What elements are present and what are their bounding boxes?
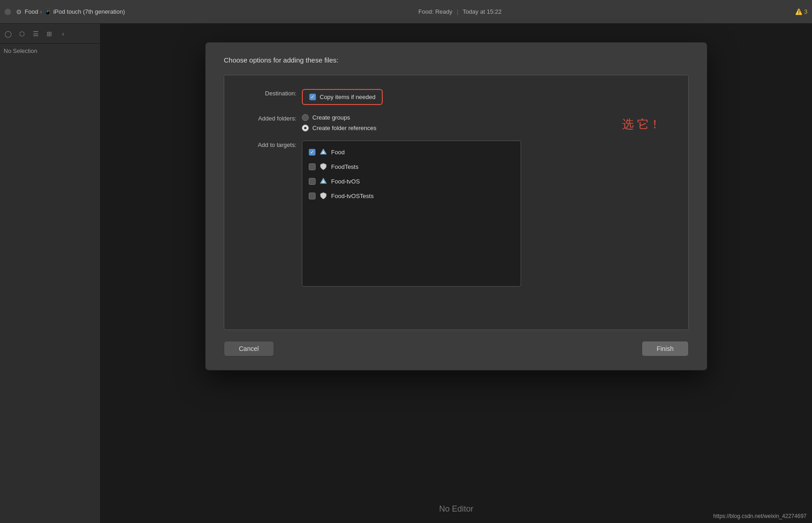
sidebar-icon-3[interactable]: ☰ (31, 29, 40, 38)
destination-row: Destination: ✓ Copy items if needed (238, 89, 675, 105)
create-groups-radio-btn[interactable] (302, 114, 309, 121)
modal-overlay: Choose options for adding these files: D… (100, 24, 812, 523)
main-area: Choose options for adding these files: D… (100, 24, 812, 523)
sidebar-toolbar: ◯ ⬡ ☰ ⊞ ‹ (0, 24, 100, 44)
sidebar: ◯ ⬡ ☰ ⊞ ‹ No Selection (0, 24, 100, 523)
status-sep: | (457, 8, 458, 15)
food-tvos-xcode-icon: A (319, 177, 327, 185)
food-checkbox[interactable]: ✓ (309, 149, 316, 156)
target-food[interactable]: ✓ A Food (302, 145, 521, 159)
sidebar-icon-2[interactable]: ⬡ (17, 29, 26, 38)
food-xcode-icon: A (319, 148, 327, 156)
foodtests-target-name: FoodTests (331, 163, 359, 170)
modal-buttons: Cancel Finish (224, 341, 689, 356)
create-groups-label: Create groups (312, 114, 350, 121)
food-tvostests-target-name: Food-tvOSTests (331, 193, 374, 199)
warning-icon: ⚠️ (795, 8, 802, 15)
sidebar-icon-back[interactable]: ‹ (58, 29, 68, 38)
breadcrumb: ⚙ Food › 📱 iPod touch (7th generation) (15, 8, 125, 16)
foodtests-shield-icon (319, 162, 327, 171)
food-tvos-checkbox[interactable] (309, 178, 316, 185)
add-to-targets-row: Add to targets: ✓ A (238, 141, 675, 287)
food-tvostests-shield-icon (319, 192, 327, 200)
food-tvos-target-name: Food-tvOS (331, 178, 360, 185)
modal-content-panel: Destination: ✓ Copy items if needed Adde… (224, 75, 689, 330)
destination-label: Destination: (238, 89, 302, 97)
folders-controls: Create groups Create folder references (302, 114, 376, 131)
svg-text:A: A (322, 180, 325, 184)
target-food-tvos[interactable]: A Food-tvOS (302, 174, 521, 188)
no-selection-label: No Selection (0, 44, 100, 58)
status-bar: Food: Ready | Today at 15:22 (128, 8, 791, 15)
annotation-text: 选 它！ (622, 116, 661, 132)
targets-list: ✓ A Food (302, 141, 521, 287)
traffic-light[interactable] (5, 9, 11, 15)
status-text: Food: Ready (418, 8, 452, 15)
device-name: iPod touch (7th generation) (53, 8, 125, 15)
svg-text:A: A (322, 151, 325, 155)
added-folders-label: Added folders: (238, 114, 302, 122)
added-folders-row: Added folders: Create groups Create fold… (238, 114, 675, 131)
add-to-targets-label: Add to targets: (238, 141, 302, 148)
food-tvostests-checkbox[interactable] (309, 193, 316, 199)
create-folder-refs-label: Create folder references (312, 125, 376, 131)
target-food-tvostests[interactable]: Food-tvOSTests (302, 188, 521, 203)
device-icon: 📱 (44, 8, 52, 16)
app-name: Food (25, 8, 38, 15)
target-foodtests[interactable]: FoodTests (302, 159, 521, 174)
create-groups-radio[interactable]: Create groups (302, 114, 376, 121)
create-folder-refs-radio[interactable]: Create folder references (302, 125, 376, 131)
modal-title: Choose options for adding these files: (224, 56, 689, 64)
titlebar: ⚙ Food › 📱 iPod touch (7th generation) F… (0, 0, 812, 24)
create-folder-refs-radio-btn[interactable] (302, 125, 309, 131)
food-checkmark-icon: ✓ (310, 150, 314, 155)
radio-dot (304, 127, 306, 129)
checkmark-icon: ✓ (311, 94, 315, 99)
sidebar-icon-4[interactable]: ⊞ (45, 29, 54, 38)
cancel-button[interactable]: Cancel (224, 341, 274, 356)
foodtests-checkbox[interactable] (309, 163, 316, 170)
food-target-name: Food (331, 149, 345, 156)
breadcrumb-chevron: › (40, 9, 42, 15)
app-icon: ⚙ (15, 8, 23, 16)
warning-badge: ⚠️ 3 (795, 8, 807, 15)
warning-count: 3 (804, 8, 807, 15)
status-time: Today at 15:22 (463, 8, 501, 15)
destination-highlight: ✓ Copy items if needed (302, 89, 383, 105)
sidebar-icon-1[interactable]: ◯ (4, 29, 13, 38)
copy-items-label: Copy items if needed (320, 94, 375, 100)
copy-items-checkbox-box[interactable]: ✓ (309, 94, 316, 100)
copy-items-checkbox[interactable]: ✓ Copy items if needed (309, 94, 375, 100)
no-editor-label: No Editor (439, 504, 473, 514)
finish-button[interactable]: Finish (642, 341, 689, 356)
watermark: https://blog.csdn.net/weixin_42274697 (713, 513, 807, 519)
add-files-dialog: Choose options for adding these files: D… (205, 42, 707, 371)
